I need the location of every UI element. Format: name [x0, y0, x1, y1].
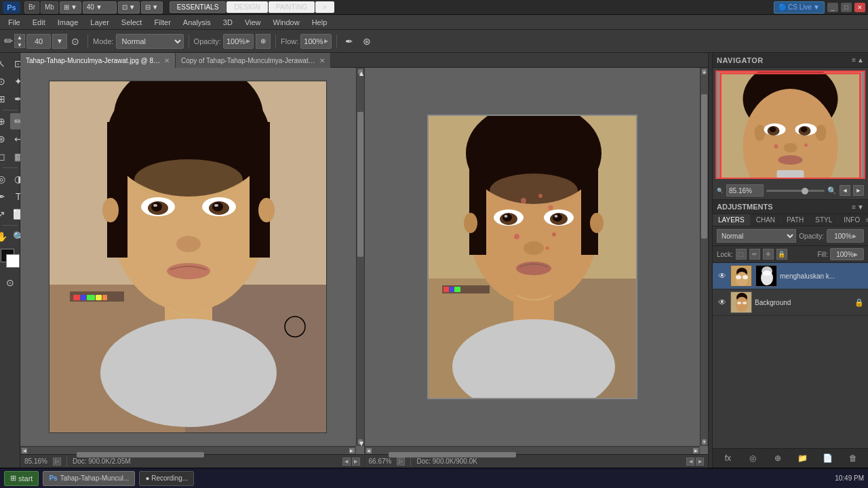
lock-position[interactable]: ✛: [763, 249, 774, 260]
workspace-essentials[interactable]: ESSENTIALS: [170, 1, 226, 13]
rhscroll-right[interactable]: ▶: [693, 448, 698, 453]
clone-source-btn[interactable]: ⊛: [359, 34, 374, 49]
adj-collapse-btn[interactable]: ▼: [857, 203, 864, 211]
rhscroll-thumb[interactable]: [389, 452, 516, 458]
canvas-tab-2[interactable]: Copy of Tahap-Tahap-Munculmya-Jerawat.jp…: [176, 53, 331, 68]
background-color[interactable]: [6, 254, 20, 268]
paths-tab[interactable]: PATH: [781, 214, 810, 226]
screen-mode-btn[interactable]: ⊡▼: [118, 1, 140, 14]
adj-menu-btn[interactable]: ≡: [852, 203, 856, 211]
right-scroll-left[interactable]: ◀: [686, 458, 694, 466]
stamp-tool[interactable]: ⊛: [0, 131, 9, 147]
menu-help[interactable]: Help: [307, 17, 333, 28]
layer2-thumb[interactable]: [730, 291, 752, 313]
left-canvas-image[interactable]: [49, 81, 327, 433]
brush-toggle-btn[interactable]: ⊙: [68, 34, 83, 49]
rhscroll-left[interactable]: ◀: [366, 448, 372, 453]
right-hscroll[interactable]: ◀ ▶: [365, 446, 701, 454]
tablet-pressure-btn[interactable]: ✒: [342, 34, 357, 49]
pen-tool[interactable]: ✒: [0, 188, 9, 205]
tab1-close[interactable]: ✕: [164, 57, 170, 64]
window-maximize[interactable]: □: [841, 3, 852, 12]
vscroll-top-arrow[interactable]: ▲: [358, 69, 363, 75]
bridge-btn[interactable]: Br: [24, 1, 39, 14]
right-vscroll[interactable]: ▲ ▼: [700, 68, 708, 446]
new-fill-layer-btn[interactable]: ⊕: [771, 451, 785, 465]
move-tool[interactable]: ↖: [0, 56, 9, 72]
nav-zoom-plus[interactable]: ►: [853, 185, 864, 196]
workspace-more[interactable]: »: [315, 1, 334, 13]
left-scroll-right[interactable]: ▶: [352, 458, 360, 466]
left-vscroll[interactable]: ▲ ▼: [356, 68, 364, 446]
menu-3d[interactable]: 3D: [218, 17, 238, 28]
airbrush-toggle[interactable]: ⊕: [256, 34, 271, 49]
quick-mask-btn[interactable]: ⊙: [2, 274, 18, 291]
layer-item-1[interactable]: 👁: [713, 263, 868, 289]
menu-filter[interactable]: Filter: [149, 17, 176, 28]
path-tool[interactable]: ↗: [0, 206, 9, 222]
window-close[interactable]: ✕: [854, 3, 865, 12]
layer1-thumb[interactable]: [730, 265, 752, 287]
delete-layer-btn[interactable]: 🗑: [846, 451, 860, 465]
menu-analysis[interactable]: Analysis: [178, 17, 216, 28]
nav-zoom-handle[interactable]: [802, 188, 808, 195]
new-layer-btn[interactable]: 📄: [821, 451, 835, 465]
view-mode-btn[interactable]: ⊞▼: [60, 1, 81, 14]
lock-image[interactable]: ✏: [749, 249, 760, 260]
menu-window[interactable]: Window: [268, 17, 305, 28]
healing-tool[interactable]: ⊕: [0, 113, 9, 129]
start-button[interactable]: ⊞ start: [4, 471, 39, 486]
vscroll-bottom-arrow[interactable]: ▼: [358, 439, 363, 445]
menu-layer[interactable]: Layer: [85, 17, 115, 28]
info-tab[interactable]: INFO: [838, 214, 866, 226]
flow-display[interactable]: 100% ▶: [300, 34, 331, 49]
channels-tab[interactable]: CHAN: [751, 214, 781, 226]
brush-size-display[interactable]: 40: [26, 34, 51, 49]
nav-zoom-slider[interactable]: [766, 190, 825, 192]
taskbar-recording[interactable]: ● Recording...: [139, 471, 194, 486]
flow-arrow[interactable]: ▶: [324, 38, 328, 44]
canvas-viewport-left[interactable]: ▲ ▼: [20, 68, 364, 446]
menu-view[interactable]: View: [239, 17, 267, 28]
opacity-arrow[interactable]: ▶: [246, 38, 250, 44]
arrangement-btn[interactable]: ⊟▼: [141, 1, 163, 14]
layer-item-2[interactable]: 👁 Background 🔒: [713, 289, 868, 316]
taskbar-photoshop[interactable]: Ps Tahap-Tahap-Muncul...: [43, 471, 135, 486]
layer1-visibility[interactable]: 👁: [717, 270, 728, 281]
tab2-close[interactable]: ✕: [319, 57, 325, 64]
mode-select[interactable]: Normal: [116, 34, 184, 49]
brush-size-up[interactable]: ▲: [14, 34, 25, 41]
workspace-design[interactable]: DESIGN: [226, 1, 267, 13]
cs-live-btn[interactable]: 🔵 CS Live ▼: [774, 1, 825, 14]
layer1-mask-thumb[interactable]: [755, 265, 777, 287]
new-group-btn[interactable]: 📁: [796, 451, 810, 465]
brush-size-down[interactable]: ▼: [14, 41, 25, 48]
hscroll-thumb-left[interactable]: [77, 452, 204, 458]
hand-tool[interactable]: ✋: [0, 228, 9, 245]
navigator-collapse-btn[interactable]: ▲: [857, 56, 864, 64]
hscroll-right[interactable]: ▶: [349, 448, 355, 453]
left-scroll-left[interactable]: ◀: [342, 458, 351, 466]
lasso-tool[interactable]: ⊙: [0, 73, 9, 89]
blur-tool[interactable]: ◎: [0, 171, 9, 187]
right-canvas-image[interactable]: [427, 115, 637, 399]
eraser-tool[interactable]: ◻: [0, 148, 9, 165]
blend-mode-select[interactable]: Normal: [717, 229, 796, 243]
color-picker[interactable]: [1, 249, 20, 270]
navigator-menu-btn[interactable]: ≡: [852, 56, 856, 64]
canvas-tab-1[interactable]: Tahap-Tahap-Munculmya-Jerawat.jpg @ 85.2…: [20, 53, 176, 68]
left-hscroll[interactable]: ◀ ▶: [20, 446, 356, 454]
zoom-display[interactable]: 40 ▼: [83, 1, 117, 14]
add-mask-btn[interactable]: ◎: [746, 451, 760, 465]
menu-file[interactable]: File: [3, 17, 26, 28]
opacity-display[interactable]: 100% ▶: [223, 34, 254, 49]
nav-zoom-minus[interactable]: ◄: [840, 185, 850, 196]
window-minimize[interactable]: _: [827, 3, 838, 12]
add-layer-style-btn[interactable]: fx: [721, 451, 734, 465]
right-scroll-right[interactable]: ▶: [696, 458, 704, 466]
menu-select[interactable]: Select: [116, 17, 148, 28]
styles-tab[interactable]: STYL: [810, 214, 838, 226]
rvscroll-bottom[interactable]: ▼: [702, 439, 707, 445]
rvscroll-top[interactable]: ▲: [702, 69, 707, 75]
brush-preset-btn[interactable]: ▼: [52, 34, 67, 49]
